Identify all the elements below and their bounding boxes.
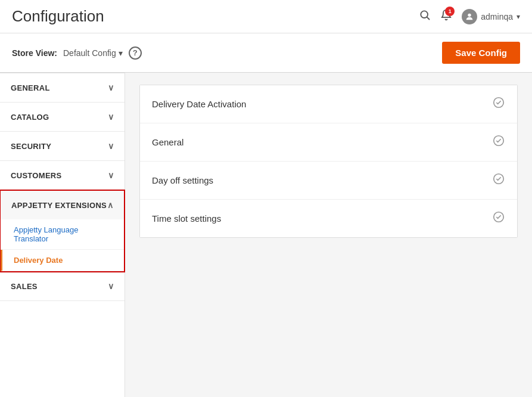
- sidebar-item-sales-label: SALES: [11, 282, 38, 291]
- user-avatar: [462, 9, 477, 24]
- store-view-left: Store View: Default Config ▾ ?: [12, 46, 142, 60]
- section-toggle-icon[interactable]: [492, 210, 505, 227]
- sidebar-item-general-label: GENERAL: [11, 83, 50, 92]
- chevron-down-icon: ∨: [108, 170, 114, 180]
- sidebar-item-catalog[interactable]: CATALOG ∨: [0, 103, 125, 132]
- chevron-up-icon: ∧: [107, 200, 113, 210]
- help-icon[interactable]: ?: [129, 46, 142, 60]
- section-title-time-slot-settings: Time slot settings: [152, 213, 221, 224]
- search-button[interactable]: [419, 9, 431, 24]
- section-toggle-icon[interactable]: [492, 134, 505, 150]
- sidebar-item-catalog-label: CATALOG: [11, 113, 49, 122]
- sidebar-item-sales-header[interactable]: SALES ∨: [0, 272, 125, 300]
- store-view-chevron-icon: ▾: [119, 48, 123, 58]
- user-name: adminqa: [481, 12, 513, 21]
- content-area: Delivery Date Activation General Day off…: [125, 73, 532, 397]
- section-title-delivery-date-activation: Delivery Date Activation: [152, 99, 246, 109]
- sidebar-item-sales[interactable]: SALES ∨: [0, 272, 125, 301]
- page-title: Configuration: [12, 7, 104, 26]
- main-layout: GENERAL ∨ CATALOG ∨ SECURITY ∨ CUSTOMERS…: [0, 73, 532, 397]
- svg-point-2: [468, 13, 471, 16]
- section-toggle-icon[interactable]: [492, 96, 505, 112]
- sidebar-item-security-header[interactable]: SECURITY ∨: [0, 132, 125, 160]
- svg-line-1: [427, 17, 430, 20]
- sidebar-item-customers-header[interactable]: CUSTOMERS ∨: [0, 161, 125, 190]
- config-section-time-slot-settings[interactable]: Time slot settings: [140, 200, 517, 237]
- sidebar-item-appjetty-label: APPJETTY EXTENSIONS: [11, 201, 107, 210]
- delivery-date-label: Delivery Date: [14, 256, 63, 265]
- chevron-down-icon: ∨: [108, 141, 114, 151]
- sidebar-sub-item-delivery-date[interactable]: Delivery Date: [1, 250, 124, 271]
- save-config-button[interactable]: Save Config: [442, 42, 520, 64]
- store-view-select[interactable]: Default Config ▾: [63, 48, 123, 58]
- sidebar-item-general[interactable]: GENERAL ∨: [0, 73, 125, 103]
- store-view-label: Store View:: [12, 48, 57, 58]
- sidebar-item-security-label: SECURITY: [11, 142, 51, 151]
- header-icons: 1 adminqa ▾: [419, 9, 520, 24]
- sidebar-item-customers-label: CUSTOMERS: [11, 171, 62, 180]
- config-sections-container: Delivery Date Activation General Day off…: [139, 85, 518, 238]
- sidebar-sub-item-language-translator[interactable]: Appjetty Language Translator: [1, 219, 124, 250]
- config-section-day-off-settings[interactable]: Day off settings: [140, 162, 517, 200]
- chevron-down-icon: ∨: [108, 112, 114, 122]
- appjetty-language-translator-link[interactable]: Appjetty Language Translator: [14, 225, 78, 243]
- user-chevron-icon: ▾: [517, 13, 520, 21]
- chevron-down-icon: ∨: [108, 281, 114, 291]
- sidebar-item-catalog-header[interactable]: CATALOG ∨: [0, 103, 125, 131]
- sidebar-item-customers[interactable]: CUSTOMERS ∨: [0, 161, 125, 190]
- store-view-value: Default Config: [63, 48, 116, 58]
- config-section-delivery-date-activation[interactable]: Delivery Date Activation: [140, 85, 517, 123]
- sidebar-item-security[interactable]: SECURITY ∨: [0, 132, 125, 161]
- notification-count: 1: [445, 7, 455, 16]
- notifications-button[interactable]: 1: [440, 9, 452, 24]
- section-title-general: General: [152, 137, 183, 147]
- sidebar-item-general-header[interactable]: GENERAL ∨: [0, 73, 125, 102]
- chevron-down-icon: ∨: [108, 83, 114, 92]
- store-view-bar: Store View: Default Config ▾ ? Save Conf…: [0, 33, 532, 73]
- page-header: Configuration 1 adminqa ▾: [0, 0, 532, 33]
- section-toggle-icon[interactable]: [492, 172, 505, 188]
- user-menu[interactable]: adminqa ▾: [462, 9, 520, 24]
- section-title-day-off-settings: Day off settings: [152, 175, 213, 185]
- config-section-general[interactable]: General: [140, 123, 517, 162]
- sidebar-item-appjetty-header[interactable]: APPJETTY EXTENSIONS ∧: [1, 191, 124, 219]
- sidebar-item-appjetty[interactable]: APPJETTY EXTENSIONS ∧ Appjetty Language …: [0, 190, 125, 272]
- sidebar: GENERAL ∨ CATALOG ∨ SECURITY ∨ CUSTOMERS…: [0, 73, 125, 397]
